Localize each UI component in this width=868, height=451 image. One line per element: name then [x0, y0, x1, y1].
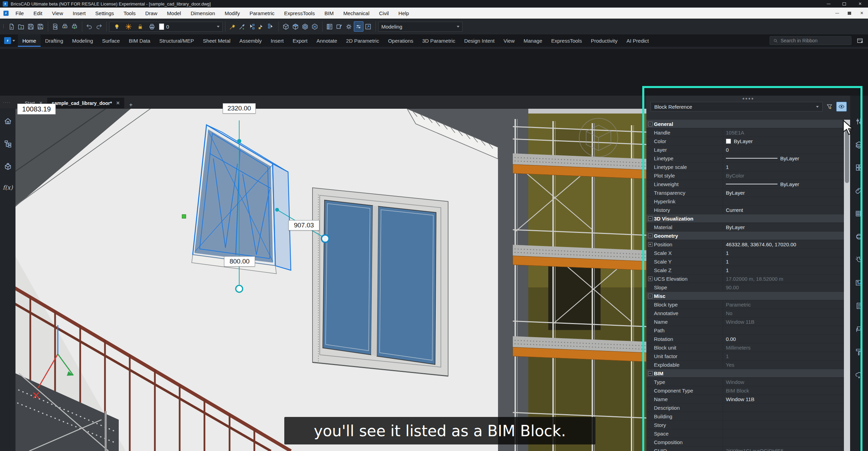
property-value[interactable]: 0.00: [723, 335, 844, 343]
new-tab-button[interactable]: +: [124, 101, 137, 108]
save-icon[interactable]: [26, 21, 36, 32]
doc-close-button[interactable]: ✕: [856, 11, 868, 15]
sliders-active-icon[interactable]: [354, 21, 363, 32]
dimension-label-offset[interactable]: 907.03: [288, 220, 319, 230]
sun-icon[interactable]: [124, 21, 134, 32]
undo-icon[interactable]: [85, 21, 94, 32]
menu-model[interactable]: Model: [162, 8, 186, 19]
collapse-icon[interactable]: −: [648, 216, 653, 221]
property-row-color[interactable]: ColorByLayer: [646, 137, 844, 146]
ribbon-tab-operations[interactable]: Operations: [383, 34, 417, 47]
ribbon-tab-insert[interactable]: Insert: [266, 34, 288, 47]
property-row-space[interactable]: Space: [646, 429, 844, 438]
property-value[interactable]: Current: [723, 206, 844, 214]
property-value[interactable]: 1: [723, 163, 844, 171]
publish-icon[interactable]: [70, 21, 80, 32]
property-value[interactable]: [723, 421, 844, 429]
property-value[interactable]: 1: [723, 249, 844, 257]
render-icon[interactable]: [854, 278, 864, 288]
collapse-icon[interactable]: −: [648, 371, 653, 376]
expressions-icon[interactable]: f(x): [3, 184, 13, 191]
entity-selector-dropdown[interactable]: Block Reference: [650, 102, 823, 111]
menu-view[interactable]: View: [47, 8, 68, 19]
save-as-icon[interactable]: [36, 21, 45, 32]
color-swatch[interactable]: [726, 139, 731, 144]
property-row-transparency[interactable]: TransparencyByLayer: [646, 189, 844, 197]
panel-list-icon[interactable]: [325, 21, 335, 32]
open-file-icon[interactable]: [17, 21, 26, 32]
ribbon-tab-expresstools[interactable]: ExpressTools: [547, 34, 586, 47]
property-row-explodable[interactable]: ExplodableYes: [646, 361, 844, 369]
ribbon-logo-icon[interactable]: [4, 37, 11, 44]
lights-icon[interactable]: [854, 255, 864, 265]
ribbon-tab-export[interactable]: Export: [288, 34, 312, 47]
doc-minimize-button[interactable]: [831, 11, 843, 15]
menu-expresstools[interactable]: ExpressTools: [279, 8, 320, 19]
property-row-story[interactable]: Story: [646, 421, 844, 429]
ribbon-tab-modeling[interactable]: Modeling: [68, 34, 98, 47]
attachment-icon[interactable]: [854, 185, 864, 196]
property-value[interactable]: 46332.88, 33674.60, 17020.00: [723, 240, 844, 248]
ribbon-tab-structural-mep[interactable]: Structural/MEP: [155, 34, 199, 47]
select-add-icon[interactable]: [247, 21, 257, 32]
property-value[interactable]: [723, 326, 844, 334]
property-value[interactable]: Window 11B: [723, 318, 844, 326]
property-row-history[interactable]: HistoryCurrent: [646, 206, 844, 214]
collapse-icon[interactable]: −: [648, 294, 653, 298]
property-row-slope[interactable]: Slope90.00: [646, 283, 844, 292]
collapse-icon[interactable]: −: [648, 122, 653, 126]
ribbon-tab-annotate[interactable]: Annotate: [312, 34, 341, 47]
property-value[interactable]: [723, 404, 844, 412]
doc-restore-button[interactable]: [843, 11, 856, 15]
property-value[interactable]: 1: [723, 266, 844, 274]
ribbon-tab-surface[interactable]: Surface: [97, 34, 124, 47]
menu-edit[interactable]: Edit: [29, 8, 47, 19]
property-value[interactable]: ByColor: [723, 171, 844, 180]
collapse-icon[interactable]: −: [648, 234, 653, 238]
ribbon-tab-bim-data[interactable]: BIM Data: [124, 34, 155, 47]
model-viewport[interactable]: [15, 108, 646, 451]
property-value[interactable]: Window 11B: [723, 395, 844, 403]
lock-icon[interactable]: [136, 21, 145, 32]
menu-modify[interactable]: Modify: [220, 8, 245, 19]
property-value[interactable]: 105E1A: [723, 128, 844, 137]
property-row-annotative[interactable]: AnnotativeNo: [646, 309, 844, 318]
expand-icon[interactable]: +: [648, 277, 653, 281]
sheetset-icon[interactable]: [854, 301, 864, 311]
property-value[interactable]: Window: [723, 378, 844, 386]
cloudsync-icon[interactable]: [854, 370, 864, 380]
ribbon-search-input[interactable]: Search in Ribbon: [770, 36, 851, 45]
property-row-composition[interactable]: Composition: [646, 438, 844, 447]
property-section-bim[interactable]: −BIM: [646, 369, 844, 378]
property-row-unit-factor[interactable]: Unit factor1: [646, 352, 844, 361]
menu-tools[interactable]: Tools: [119, 8, 140, 19]
plot-icon[interactable]: [60, 21, 70, 32]
furniture-icon[interactable]: [854, 324, 864, 334]
property-row-scale-x[interactable]: Scale X1: [646, 249, 844, 257]
materials-icon[interactable]: [854, 232, 864, 242]
property-section-misc[interactable]: −Misc: [646, 292, 844, 300]
property-row-component-type[interactable]: Component TypeBIM Block: [646, 386, 844, 395]
property-section-geometry[interactable]: −Geometry: [646, 232, 844, 240]
property-row-scale-z[interactable]: Scale Z1: [646, 266, 844, 275]
menu-civil[interactable]: Civil: [374, 8, 393, 19]
new-file-icon[interactable]: [7, 21, 17, 32]
minimize-button[interactable]: [821, 0, 836, 8]
gear-icon[interactable]: [344, 21, 354, 32]
blocks-icon[interactable]: [854, 162, 864, 173]
property-value[interactable]: Parametric: [723, 300, 844, 309]
ribbon-tab-ai-predict[interactable]: AI Predict: [622, 34, 653, 47]
menu-parametric[interactable]: Parametric: [245, 8, 279, 19]
property-value[interactable]: Yes: [723, 361, 844, 369]
close-tab-icon[interactable]: ✕: [116, 100, 120, 106]
expand-icon[interactable]: +: [648, 242, 653, 247]
cube-shade-icon[interactable]: [291, 21, 300, 32]
select-boxes-icon[interactable]: [266, 21, 276, 32]
panel-grip[interactable]: ●●●●: [646, 96, 850, 101]
select-entities-button[interactable]: [836, 102, 847, 111]
ribbon-tab-design-intent[interactable]: Design Intent: [460, 34, 499, 47]
panel-scrollbar[interactable]: [844, 120, 850, 451]
property-value[interactable]: 17.02000 m, 18.52000 m: [723, 275, 844, 283]
layers-icon[interactable]: [854, 139, 864, 150]
property-value[interactable]: ByLayer: [723, 180, 844, 188]
